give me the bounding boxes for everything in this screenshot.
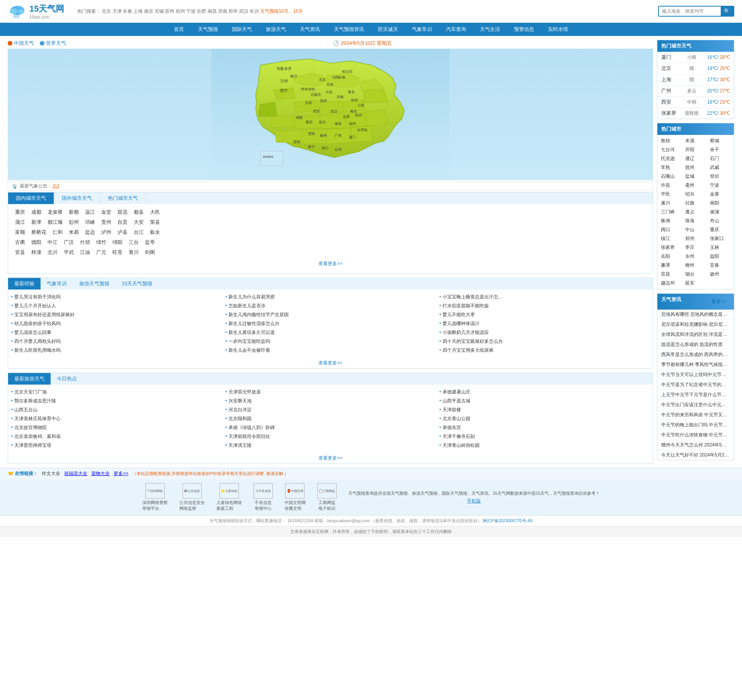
travel-1-1[interactable]: 北京天安门广场	[11, 388, 221, 397]
nav-realtime[interactable]: 实时水情	[541, 23, 575, 36]
nav-home[interactable]: 首页	[167, 23, 191, 36]
travel-more-link[interactable]: 查看更多>>	[318, 455, 342, 461]
hc-ningbo[interactable]: 宁波	[708, 181, 732, 189]
hc-zhangjiakou[interactable]: 张家口	[708, 235, 732, 243]
hc-liantan[interactable]: 廉潭	[659, 261, 683, 269]
article-1-2[interactable]: 婴儿几个月开始认人	[11, 301, 221, 310]
city-guizhou[interactable]: 贵州	[98, 218, 114, 227]
travel-3-6[interactable]: 天津千像寺石刻	[439, 432, 650, 441]
tab-china[interactable]: 中国天气	[8, 40, 34, 47]
hc-fuzhou2[interactable]: 抚州	[684, 164, 707, 172]
nav-knowledge[interactable]: 气象常识	[405, 23, 439, 36]
city-daan[interactable]: 大安	[131, 218, 147, 227]
article-2-6[interactable]: 一岁内宝宝能吃盐吗	[225, 337, 436, 346]
hc-wuwei[interactable]: 武威	[708, 164, 732, 172]
city-renhe[interactable]: 仁和	[49, 228, 66, 237]
city-jintang[interactable]: 金堂	[98, 208, 114, 216]
hc-zaozhuang[interactable]: 枣庄	[684, 244, 707, 252]
city-wenjiang[interactable]: 温江	[82, 208, 98, 216]
article-1-5[interactable]: 婴儿湿疹怎么回事	[11, 328, 221, 337]
city-zhongjiang[interactable]: 中江	[44, 238, 61, 247]
tab-latest-exp[interactable]: 最新经验	[8, 278, 41, 290]
fl-link-zhufu[interactable]: 祝福语大全	[64, 470, 87, 477]
city-beichuan[interactable]: 北川	[44, 248, 61, 257]
nav-news[interactable]: 天气资讯	[293, 23, 327, 36]
tab-latest-travel[interactable]: 最新旅游天气	[8, 373, 51, 385]
hc-pingyi[interactable]: 平邑	[659, 190, 683, 198]
hc-yichang[interactable]: 宜昌	[659, 270, 683, 278]
hc-zhoushan[interactable]: 舟山	[708, 217, 732, 225]
city-jiangyou[interactable]: 江油	[77, 248, 93, 257]
city-taijiang[interactable]: 台江	[131, 228, 147, 237]
nav-travel[interactable]: 旅游天气	[259, 23, 293, 36]
city-guanghan[interactable]: 广汉	[61, 238, 77, 247]
article-3-7[interactable]: 四个月宝宝用多大纸尿裤	[439, 346, 650, 355]
hc-yangzhou[interactable]: 扬州	[708, 270, 732, 278]
hc-jinzhai[interactable]: 金寨	[708, 190, 732, 198]
hc-yuebianzh[interactable]: 越边州	[659, 279, 683, 287]
article-1-7[interactable]: 新生儿吃母乳用喝水吗	[11, 346, 221, 355]
travel-2-2[interactable]: 兴安磐天池	[225, 397, 436, 405]
hc-dengfeng[interactable]: 登封	[708, 172, 732, 181]
travel-1-2[interactable]: 鄂尔多斯成吉思汗陵	[11, 397, 221, 405]
hc-nanyang[interactable]: 南阳	[708, 199, 732, 207]
tab-domestic[interactable]: 国内城市天气	[8, 192, 54, 204]
article-1-1[interactable]: 婴儿哭泣有助于消化吗	[11, 293, 221, 301]
travel-2-6[interactable]: 天津前线司令部旧址	[225, 432, 436, 441]
hc-suichuan[interactable]: 遂川	[659, 199, 683, 207]
tab-world[interactable]: 世界天气	[40, 40, 66, 47]
travel-3-5[interactable]: 承德东宫	[439, 423, 650, 432]
article-2-7[interactable]: 新生儿会不会被吓着	[225, 346, 436, 355]
hc-tongliao[interactable]: 通辽	[684, 155, 707, 163]
hc-yiyang[interactable]: 益阳	[708, 252, 732, 261]
hc-yulin[interactable]: 玉林	[708, 244, 732, 252]
hc-xupu[interactable]: 溆浦	[708, 208, 732, 216]
city-longquanyi[interactable]: 龙泉驿	[44, 208, 66, 216]
city-yanbian[interactable]: 盐边	[82, 228, 98, 237]
city-santai[interactable]: 三台	[126, 238, 142, 247]
city-yanting[interactable]: 盐亭	[142, 238, 158, 247]
article-1-4[interactable]: 幼儿急疹的疹子怕风吗	[11, 319, 221, 328]
hc-zjj2[interactable]: 张家界	[659, 244, 683, 252]
city-pingwu[interactable]: 平武	[61, 248, 77, 257]
travel-1-4[interactable]: 天津美林庄苑体育中心	[11, 414, 221, 423]
city-xuyong[interactable]: 叙永	[147, 228, 163, 237]
tab-today-hot[interactable]: 今日热点	[51, 373, 83, 385]
hc-xuchang[interactable]: 许昌	[659, 181, 683, 189]
hc-shaoxing[interactable]: 绍兴	[684, 190, 707, 198]
fl-link-pet[interactable]: 宠物大全	[91, 470, 110, 477]
city-caqiaohua[interactable]: 察桥花	[28, 228, 49, 237]
tab-hot-cities[interactable]: 热门城市天气	[100, 192, 146, 204]
hc-shuangcheng[interactable]: 察城	[708, 137, 732, 145]
hc-zhuhai[interactable]: 珠海	[684, 217, 707, 225]
hc-yantai[interactable]: 烟台	[684, 270, 707, 278]
city-guangyuan[interactable]: 广元	[93, 248, 109, 257]
city-jiange[interactable]: 剑阁	[142, 248, 158, 257]
city-gulin[interactable]: 古蔺	[12, 238, 28, 247]
city-miyi[interactable]: 米易	[66, 228, 82, 237]
travel-2-5[interactable]: 承德《绿毯八韵》卧碑	[225, 423, 436, 432]
city-zigong[interactable]: 自贡	[114, 218, 131, 227]
nav-forecast[interactable]: 天气预报	[191, 23, 225, 36]
news-more-link[interactable]: 更多>>	[708, 296, 730, 307]
article-3-5[interactable]: 小孩断奶几天才能适应	[439, 328, 650, 337]
fl-link-more[interactable]: 更多>>	[114, 470, 128, 477]
tab-foreign[interactable]: 国外城市天气	[54, 192, 100, 204]
hc-shizuishan[interactable]: 石嘴山	[659, 172, 683, 181]
city-anxian[interactable]: 安县	[12, 248, 28, 257]
hc-changshu[interactable]: 常熟	[659, 164, 683, 172]
city-chongqing[interactable]: 重庆	[12, 208, 28, 216]
icp-link[interactable]: 闽ICP备2023005770号-49	[483, 518, 532, 523]
city-shifang[interactable]: 什邡	[77, 238, 93, 247]
hc-shimen[interactable]: 石门	[708, 155, 732, 163]
city-dayi[interactable]: 大邑	[147, 208, 163, 216]
hc-yichun[interactable]: 宜春	[708, 261, 732, 269]
travel-2-7[interactable]: 天津清王陵	[225, 441, 436, 450]
travel-1-5[interactable]: 北京故宫博物院	[11, 423, 221, 432]
article-3-2[interactable]: 打水痘疫苗能不能吃饭	[439, 301, 650, 310]
nav-warning[interactable]: 预警信息	[507, 23, 541, 36]
city-pengzhou[interactable]: 彭州	[66, 218, 82, 227]
search-button[interactable]: 🔍	[721, 7, 733, 16]
article-2-3[interactable]: 新生儿颅内髓性结节产生原因	[225, 310, 436, 319]
travel-2-4[interactable]: 北京颐和园	[225, 414, 436, 423]
